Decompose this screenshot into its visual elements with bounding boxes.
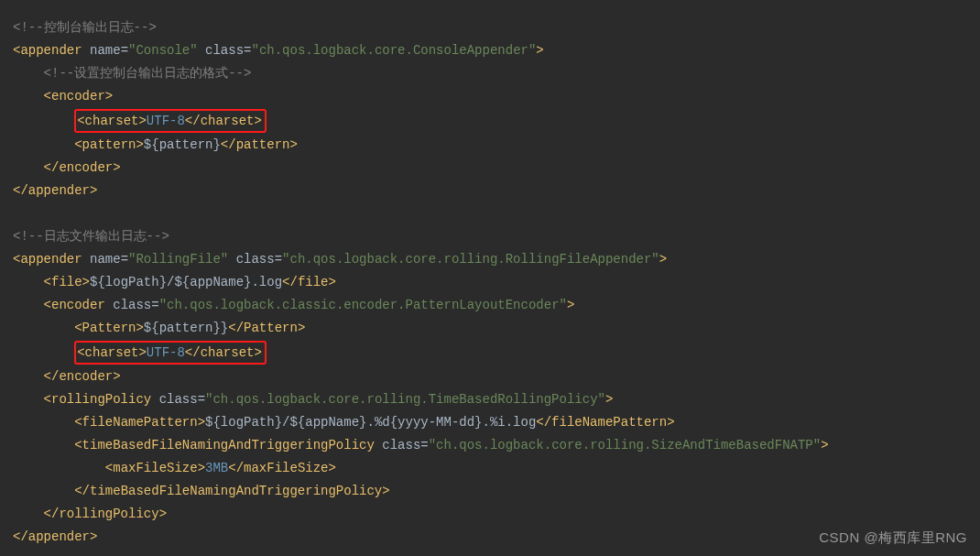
pattern2-open: <Pattern> bbox=[74, 321, 144, 335]
watermark: CSDN @梅西库里RNG bbox=[819, 526, 967, 549]
pattern-value: ${pattern} bbox=[144, 137, 221, 152]
comment-console: <!--控制台输出日志--> bbox=[13, 20, 157, 35]
encoder-open: <encoder> bbox=[44, 89, 114, 104]
max-value: 3MB bbox=[205, 461, 228, 475]
attr-name: name bbox=[90, 43, 121, 58]
appender-close: </appender> bbox=[13, 183, 97, 198]
encoder-close: </encoder> bbox=[44, 160, 121, 175]
rolling-class-val: "ch.qos.logback.core.rolling.TimeBasedRo… bbox=[205, 392, 605, 407]
highlight-charset-1: <charset>UTF-8</charset> bbox=[74, 109, 267, 133]
appender2-close: </appender> bbox=[13, 529, 97, 544]
appender2-open-prefix: <appender bbox=[13, 252, 90, 267]
pattern-open: <pattern> bbox=[74, 137, 144, 152]
max-open: <maxFileSize> bbox=[105, 461, 205, 475]
attr-val-class: "ch.qos.logback.core.ConsoleAppender" bbox=[251, 43, 536, 58]
highlight-charset-2: <charset>UTF-8</charset> bbox=[74, 341, 267, 365]
charset2-value: UTF-8 bbox=[147, 345, 185, 360]
tb-close: </timeBasedFileNamingAndTriggeringPolicy… bbox=[74, 484, 389, 498]
attr-val-class2: "ch.qos.logback.core.rolling.RollingFile… bbox=[282, 252, 659, 267]
encoder2-close: </encoder> bbox=[44, 369, 121, 384]
comment-format: <!--设置控制台输出日志的格式--> bbox=[44, 66, 252, 81]
fnp-open: <fileNamePattern> bbox=[74, 415, 205, 430]
attr-val-name: "Console" bbox=[128, 43, 198, 58]
rolling-open-prefix: <rollingPolicy bbox=[44, 392, 159, 407]
tb-class-val: "ch.qos.logback.core.rolling.SizeAndTime… bbox=[429, 438, 821, 452]
code-block: <!--控制台输出日志--> <appender name="Console" … bbox=[13, 16, 967, 549]
file-open: <file> bbox=[44, 275, 90, 289]
file-value: ${logPath}/${appName}.log bbox=[90, 275, 282, 289]
appender-open-prefix: <appender bbox=[13, 43, 90, 58]
attr-class: class bbox=[205, 43, 244, 58]
rolling-close: </rollingPolicy> bbox=[44, 507, 167, 521]
tb-open-prefix: <timeBasedFileNamingAndTriggeringPolicy bbox=[74, 438, 382, 452]
pattern2-value: ${pattern}} bbox=[144, 321, 228, 335]
charset-value: UTF-8 bbox=[147, 114, 185, 128]
fnp-value: ${logPath}/${appName}.%d{yyyy-MM-dd}.%i.… bbox=[205, 415, 536, 430]
encoder-class-val: "ch.qos.logback.classic.encoder.PatternL… bbox=[159, 298, 567, 312]
encoder2-open-prefix: <encoder bbox=[44, 298, 114, 312]
comment-file: <!--日志文件输出日志--> bbox=[13, 229, 169, 244]
attr-val-name2: "RollingFile" bbox=[128, 252, 228, 267]
